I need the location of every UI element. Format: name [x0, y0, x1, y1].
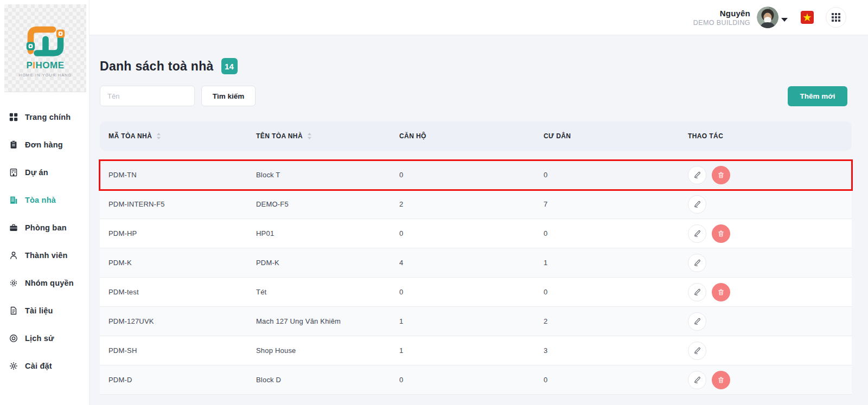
- delete-button[interactable]: [712, 224, 730, 243]
- edit-button[interactable]: [688, 224, 706, 243]
- cell-name: Shop House: [247, 346, 391, 355]
- pencil-icon: [693, 288, 701, 296]
- sort-icon[interactable]: [307, 133, 312, 139]
- sidebar-item-toa-nha[interactable]: Tòa nhà: [0, 186, 89, 214]
- sidebar-nav: Trang chính Đơn hàng Dự án Tòa nhà Phòng…: [0, 103, 89, 380]
- document-icon: [8, 305, 19, 316]
- sidebar-item-trang-chinh[interactable]: Trang chính: [0, 103, 89, 131]
- table-row[interactable]: PDM-D Block D 0 0: [100, 365, 852, 395]
- pihome-logo-icon: [20, 19, 72, 59]
- cell-name: Mach 127 Ung Văn Khiêm: [247, 317, 391, 325]
- cell-apartments: 4: [391, 259, 535, 267]
- sort-icon[interactable]: [156, 133, 161, 139]
- sidebar-item-label: Đơn hàng: [25, 140, 63, 149]
- language-flag-vietnam[interactable]: [801, 11, 814, 24]
- sidebar-item-label: Trang chính: [25, 113, 71, 121]
- cell-residents: 0: [535, 376, 679, 384]
- user-org: DEMO BUILDING: [693, 19, 750, 27]
- delete-button[interactable]: [712, 371, 730, 389]
- edit-button[interactable]: [688, 371, 706, 389]
- trash-icon: [717, 171, 725, 179]
- cell-code: PDM-SH: [100, 346, 247, 355]
- apps-grid-icon: [832, 13, 840, 22]
- cell-code: PDM-127UVK: [100, 317, 247, 325]
- sidebar-item-don-hang[interactable]: Đơn hàng: [0, 131, 89, 158]
- apps-grid-button[interactable]: [826, 7, 846, 28]
- name-filter-input[interactable]: [100, 86, 195, 106]
- app-logo: PIHOME HOME IN YOUR HAND: [4, 4, 86, 92]
- edit-button[interactable]: [688, 342, 706, 360]
- table-row[interactable]: PDM-127UVK Mach 127 Ung Văn Khiêm 1 2: [100, 307, 852, 336]
- brand-tagline: HOME IN YOUR HAND: [19, 73, 72, 78]
- settings-gear-icon: [8, 361, 19, 371]
- edit-button[interactable]: [688, 254, 706, 272]
- cell-apartments: 1: [391, 317, 535, 325]
- add-new-button[interactable]: Thêm mới: [788, 86, 847, 106]
- sidebar-item-phong-ban[interactable]: Phòng ban: [0, 214, 89, 241]
- pencil-icon: [693, 229, 701, 237]
- orders-icon: [8, 139, 19, 150]
- history-icon: [8, 333, 19, 344]
- trash-icon: [717, 376, 725, 384]
- table-row[interactable]: PDM-INTERN-F5 DEMO-F5 2 7: [100, 190, 852, 219]
- column-header-name[interactable]: TÊN TÒA NHÀ: [247, 132, 391, 140]
- table-body: PDM-TN Block T 0 0 PDM-INTERN-F5 DEMO-F5…: [100, 160, 852, 395]
- table-row[interactable]: PDM-SH Shop House 1 3: [100, 336, 852, 365]
- sidebar: PIHOME HOME IN YOUR HAND Trang chính Đơn…: [0, 0, 90, 405]
- sidebar-item-label: Lịch sử: [25, 334, 54, 343]
- pencil-icon: [693, 317, 701, 325]
- cell-residents: 7: [535, 200, 679, 208]
- cell-residents: 3: [535, 346, 679, 355]
- cell-code: PDM-TN: [100, 171, 247, 179]
- cell-apartments: 2: [391, 200, 535, 208]
- pencil-icon: [693, 346, 701, 355]
- sidebar-item-tai-lieu[interactable]: Tài liệu: [0, 297, 89, 324]
- pencil-icon: [693, 171, 701, 179]
- pencil-icon: [693, 376, 701, 384]
- cell-apartments: 0: [391, 229, 535, 237]
- sidebar-item-label: Thành viên: [25, 251, 68, 260]
- edit-button[interactable]: [688, 312, 706, 331]
- dashboard-icon: [8, 112, 19, 123]
- user-text: Nguyên DEMO BUILDING: [693, 9, 750, 27]
- sidebar-item-nhom-quyen[interactable]: Nhóm quyền: [0, 269, 89, 297]
- pencil-icon: [693, 259, 701, 267]
- cell-apartments: 0: [391, 288, 535, 296]
- column-header-apartments: CĂN HỘ: [391, 132, 535, 140]
- user-menu[interactable]: Nguyên DEMO BUILDING: [693, 7, 788, 28]
- table-row[interactable]: PDM-HP HP01 0 0: [100, 219, 852, 248]
- sidebar-item-thanh-vien[interactable]: Thành viên: [0, 241, 89, 269]
- cell-name: Tét: [247, 288, 391, 296]
- edit-button[interactable]: [688, 195, 706, 214]
- cell-residents: 0: [535, 288, 679, 296]
- trash-icon: [717, 288, 725, 296]
- main-content: Danh sách toà nhà 14 Tìm kiếm Thêm mới M…: [90, 35, 868, 405]
- cell-name: HP01: [247, 229, 391, 237]
- table-row[interactable]: PDM-K PDM-K 4 1: [100, 248, 852, 278]
- edit-button[interactable]: [688, 283, 706, 301]
- avatar[interactable]: [757, 7, 778, 28]
- delete-button[interactable]: [712, 166, 730, 184]
- column-header-code[interactable]: MÃ TÒA NHÀ: [100, 132, 247, 140]
- sidebar-item-lich-su[interactable]: Lịch sử: [0, 324, 89, 352]
- cell-apartments: 0: [391, 376, 535, 384]
- sidebar-item-cai-dat[interactable]: Cài đặt: [0, 352, 89, 380]
- sidebar-item-du-an[interactable]: Dự án: [0, 158, 89, 186]
- sidebar-item-label: Dự án: [25, 168, 48, 177]
- table-row-highlighted[interactable]: PDM-TN Block T 0 0: [100, 160, 852, 190]
- cell-code: PDM-test: [100, 288, 247, 296]
- column-header-actions: THAO TÁC: [679, 132, 852, 140]
- column-header-residents: CƯ DÂN: [535, 132, 679, 140]
- cell-code: PDM-D: [100, 376, 247, 384]
- cell-residents: 1: [535, 259, 679, 267]
- briefcase-icon: [8, 222, 19, 233]
- cell-name: Block D: [247, 376, 391, 384]
- edit-button[interactable]: [688, 166, 706, 184]
- cell-residents: 0: [535, 171, 679, 179]
- user-name: Nguyên: [693, 9, 750, 18]
- table-header: MÃ TÒA NHÀ TÊN TÒA NHÀ CĂN HỘ CƯ DÂN THA…: [100, 121, 852, 151]
- search-button[interactable]: Tìm kiếm: [201, 86, 256, 106]
- delete-button[interactable]: [712, 283, 730, 301]
- sidebar-item-label: Phòng ban: [25, 223, 67, 232]
- table-row[interactable]: PDM-test Tét 0 0: [100, 278, 852, 307]
